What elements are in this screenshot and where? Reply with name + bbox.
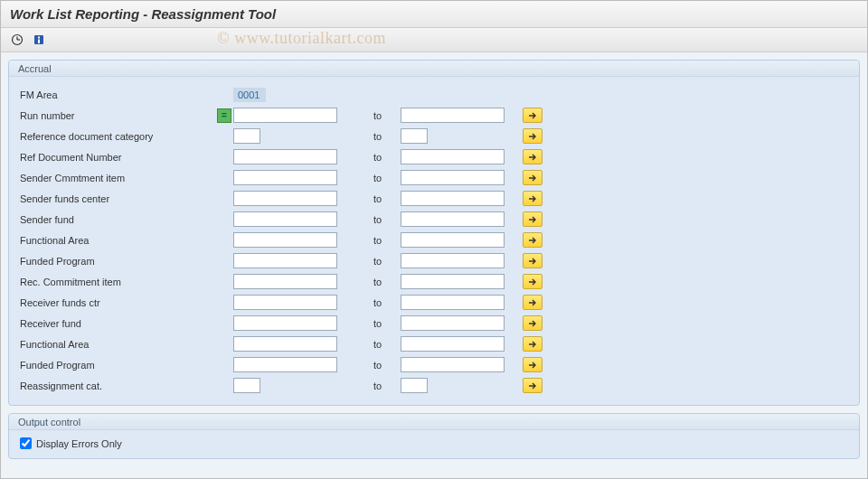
fm-area-row: FM Area 0001 [20,84,848,105]
from-input[interactable] [233,149,337,164]
arrow-right-icon [528,112,537,119]
multiple-selection-button[interactable] [523,315,542,331]
field-label: Reassignment cat. [20,380,217,391]
from-input[interactable] [233,170,337,185]
to-label: to [373,318,401,329]
accrual-group: Accrual FM Area 0001 Run number=toRefere… [8,60,860,406]
output-control-group: Output control Display Errors Only [8,413,860,459]
field-label: Funded Program [20,256,217,267]
arrow-right-icon [528,154,537,161]
display-errors-row: Display Errors Only [20,437,848,449]
to-input[interactable] [401,170,505,185]
field-label: Funded Program [20,360,217,371]
svg-rect-5 [38,40,40,44]
multiple-selection-button[interactable] [523,378,542,393]
field-label: Receiver funds ctr [20,297,217,308]
fm-area-label: FM Area [20,89,217,100]
to-input[interactable] [401,108,505,123]
to-input[interactable] [401,295,505,310]
criteria-row: Receiver funds ctrto [20,292,848,313]
field-label: Sender fund [20,214,217,225]
to-input[interactable] [401,274,505,289]
execute-button[interactable] [8,32,26,48]
page-title: Work List Reporting - Reassignment Tool [10,6,858,22]
arrow-right-icon [528,362,537,369]
criteria-row: Funded Programto [20,354,848,375]
to-label: to [373,380,401,391]
to-input[interactable] [401,128,428,144]
from-input[interactable] [233,295,337,310]
from-input[interactable] [233,253,337,268]
arrow-right-icon [528,320,537,327]
to-input[interactable] [401,191,505,206]
to-label: to [373,297,401,308]
field-label: Receiver fund [20,318,217,329]
multiple-selection-button[interactable] [523,336,542,352]
criteria-row: Sender fundto [20,209,848,230]
display-errors-label: Display Errors Only [36,438,122,449]
criteria-row: Sender Cmmtment itemto [20,167,848,188]
field-label: Ref Document Number [20,152,217,163]
to-input[interactable] [401,378,428,393]
from-input[interactable] [233,232,337,248]
arrow-right-icon [528,216,537,223]
from-input[interactable] [233,211,337,227]
arrow-right-icon [528,278,537,286]
from-input[interactable] [233,108,337,123]
to-input[interactable] [401,253,505,268]
to-label: to [373,152,401,163]
from-input[interactable] [233,378,260,393]
info-icon [33,33,45,46]
multiple-selection-button[interactable] [523,128,542,144]
multiple-selection-button[interactable] [523,274,542,289]
criteria-row: Rec. Commitment itemto [20,271,848,292]
multiple-selection-button[interactable] [523,170,542,185]
criteria-row: Funded Programto [20,250,848,271]
svg-rect-4 [38,37,40,39]
multiple-selection-button[interactable] [523,232,542,248]
from-input[interactable] [233,128,260,144]
to-label: to [373,214,401,225]
arrow-right-icon [528,341,537,348]
field-label: Reference document category [20,131,217,142]
from-input[interactable] [233,357,337,372]
clock-icon [11,33,24,46]
info-button[interactable] [30,32,48,48]
to-input[interactable] [401,211,505,227]
multiple-selection-button[interactable] [523,108,542,123]
to-input[interactable] [401,336,505,352]
to-label: to [373,131,401,142]
criteria-row: Ref Document Numberto [20,146,848,167]
to-label: to [373,193,401,204]
criteria-row: Sender funds centerto [20,188,848,209]
from-input[interactable] [233,191,337,206]
multiple-selection-button[interactable] [523,253,542,268]
multiple-selection-button[interactable] [523,295,542,310]
criteria-row: Reference document categoryto [20,126,848,146]
multiple-selection-button[interactable] [523,357,542,372]
equals-icon[interactable]: = [217,108,231,123]
from-input[interactable] [233,274,337,289]
to-input[interactable] [401,232,505,248]
arrow-right-icon [528,237,537,244]
multiple-selection-button[interactable] [523,191,542,206]
watermark: © www.tutorialkart.com [217,29,386,48]
multiple-selection-button[interactable] [523,149,542,164]
arrow-right-icon [528,133,537,140]
arrow-right-icon [528,258,537,265]
criteria-row: Run number=to [20,105,848,126]
display-errors-checkbox[interactable] [20,437,32,449]
to-label: to [373,110,401,121]
from-input[interactable] [233,336,337,352]
group-legend: Accrual [9,61,859,77]
field-label: Rec. Commitment item [20,277,217,287]
from-input[interactable] [233,315,337,331]
to-label: to [373,360,401,371]
field-label: Sender Cmmtment item [20,173,217,183]
criteria-row: Reassignment cat.to [20,375,848,396]
multiple-selection-button[interactable] [523,211,542,227]
criteria-row: Receiver fundto [20,313,848,333]
to-input[interactable] [401,315,505,331]
to-input[interactable] [401,357,505,372]
to-input[interactable] [401,149,505,164]
